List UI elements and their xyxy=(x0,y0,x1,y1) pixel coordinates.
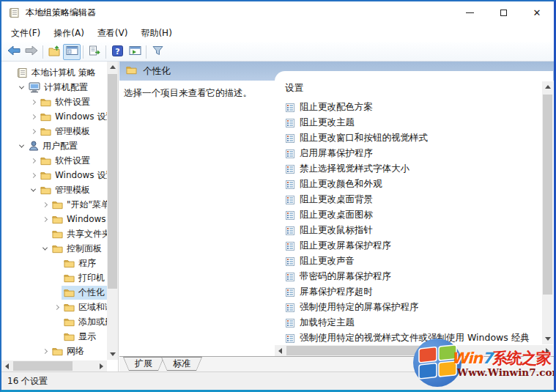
chevron-down-icon[interactable] xyxy=(40,247,50,251)
tree: 本地计算机 策略计算机配置软件设置Windows 设置管理模板用户配置软件设置W… xyxy=(1,62,107,360)
setting-row[interactable]: 阻止更改主题 xyxy=(285,115,553,130)
scroll-left-icon[interactable] xyxy=(275,345,286,356)
setting-row[interactable]: 阻止更改屏幕保护程序 xyxy=(285,238,553,254)
tree-item[interactable]: 共享文件夹 xyxy=(1,226,107,241)
menu-item[interactable]: 文件(F) xyxy=(4,24,47,42)
chevron-right-icon[interactable] xyxy=(28,174,38,177)
toolbar-separator xyxy=(146,45,147,59)
forward-button[interactable] xyxy=(23,44,40,60)
chevron-right-icon[interactable] xyxy=(51,306,62,309)
folder-icon xyxy=(64,317,75,327)
tree-item[interactable]: 管理模板 xyxy=(1,124,107,138)
settings-column-header[interactable]: 设置 xyxy=(285,82,553,95)
settings-vertical-scrollbar[interactable] xyxy=(542,81,553,344)
close-button[interactable]: ✕ xyxy=(520,1,554,23)
chevron-right-icon[interactable] xyxy=(40,218,50,221)
setting-label: 禁止选择视觉样式字体大小 xyxy=(300,163,409,175)
setting-row[interactable]: 屏幕保护程序超时 xyxy=(285,284,553,300)
tree-item[interactable]: Windows 组件 xyxy=(1,212,107,226)
tree-item[interactable]: 程序 xyxy=(1,256,107,270)
scroll-up-icon[interactable] xyxy=(542,81,553,92)
tree-vscroll-thumb[interactable] xyxy=(108,74,117,289)
menu-item[interactable]: 操作(A) xyxy=(47,24,91,42)
tab-standard[interactable]: 标准 xyxy=(161,357,202,371)
tree-item[interactable]: Windows 设置 xyxy=(1,168,107,182)
tree-item[interactable]: 计算机配置 xyxy=(1,80,107,95)
back-button[interactable] xyxy=(5,44,23,60)
tree-item[interactable]: 显示 xyxy=(1,329,107,344)
toolbar-separator xyxy=(42,45,43,59)
tree-item[interactable]: 软件设置 xyxy=(1,153,107,168)
tree-item[interactable]: 区域和语言选项 xyxy=(1,300,107,314)
tree-item[interactable]: 控制面板 xyxy=(1,241,107,256)
tree-item-label: 管理模板 xyxy=(55,184,90,196)
scroll-down-icon[interactable] xyxy=(107,349,118,360)
minimize-button[interactable] xyxy=(453,1,486,23)
tree-item-label: 显示 xyxy=(78,330,96,343)
tree-vertical-scrollbar[interactable] xyxy=(107,62,118,360)
tree-item[interactable]: 打印机 xyxy=(1,270,107,285)
menu-item[interactable]: 查看(V) xyxy=(91,24,135,42)
menu-item[interactable]: 帮助(H) xyxy=(134,24,178,42)
setting-row[interactable]: 阻止更改颜色和外观 xyxy=(285,177,553,192)
scroll-left-icon[interactable] xyxy=(1,360,12,371)
up-one-level-button[interactable] xyxy=(45,44,63,60)
tree-item-label: 个性化 xyxy=(78,286,105,299)
setting-label: 启用屏幕保护程序 xyxy=(300,147,373,160)
tree-item[interactable]: "开始"菜单和任务栏 xyxy=(1,197,107,212)
setting-row[interactable]: 阻止更改声音 xyxy=(285,254,553,269)
chevron-right-icon[interactable] xyxy=(28,100,38,104)
scroll-up-icon[interactable] xyxy=(107,62,118,73)
setting-row[interactable]: 启用屏幕保护程序 xyxy=(285,146,553,161)
tree-item-label: 本地计算机 策略 xyxy=(31,67,96,79)
tree-item[interactable]: 管理模板 xyxy=(1,182,107,197)
show-console-tree-button[interactable] xyxy=(63,44,81,60)
setting-icon xyxy=(285,241,295,251)
tree-item-label: 用户配置 xyxy=(42,140,78,152)
chevron-down-icon[interactable] xyxy=(28,188,38,192)
setting-row[interactable]: 阻止更改配色方案 xyxy=(285,100,553,115)
chevron-right-icon[interactable] xyxy=(40,350,50,353)
tree-item[interactable]: Windows 设置 xyxy=(1,109,107,124)
setting-row[interactable]: 阻止更改鼠标指针 xyxy=(285,223,553,238)
setting-row[interactable]: 阻止更改窗口和按钮的视觉样式 xyxy=(285,130,553,146)
tree-item[interactable]: 添加或删除程序 xyxy=(1,314,107,329)
chevron-down-icon[interactable] xyxy=(16,86,26,89)
settings-vscroll-thumb[interactable] xyxy=(543,95,552,295)
toolbar: ? xyxy=(1,42,554,62)
help-button[interactable]: ? xyxy=(108,44,126,60)
chevron-right-icon[interactable] xyxy=(28,115,38,119)
chevron-right-icon[interactable] xyxy=(40,203,50,207)
setting-row[interactable]: 禁止选择视觉样式字体大小 xyxy=(285,161,553,177)
setting-row[interactable]: 加载特定主题 xyxy=(285,315,553,330)
setting-icon xyxy=(285,195,295,205)
setting-row[interactable]: 阻止更改桌面背景 xyxy=(285,192,553,207)
tree-item-label: 网络 xyxy=(67,345,84,358)
export-list-button[interactable] xyxy=(86,44,103,60)
chevron-right-icon[interactable] xyxy=(28,130,38,133)
filter-icon xyxy=(152,45,163,58)
tree-item[interactable]: 网络 xyxy=(1,344,107,358)
tree-item[interactable]: 个性化 xyxy=(1,285,107,300)
setting-row[interactable]: 强制使用特定的屏幕保护程序 xyxy=(285,300,553,315)
folder-icon xyxy=(52,347,63,356)
tree-hscroll-thumb[interactable] xyxy=(13,361,73,371)
setting-label: 屏幕保护程序超时 xyxy=(300,286,373,298)
tree-item[interactable]: 软件设置 xyxy=(1,95,107,109)
scroll-right-icon[interactable] xyxy=(96,360,107,371)
tree-item[interactable]: 本地计算机 策略 xyxy=(1,65,107,80)
chevron-right-icon[interactable] xyxy=(28,159,38,163)
filter-button[interactable] xyxy=(149,44,166,60)
setting-label: 阻止更改配色方案 xyxy=(300,101,373,114)
setting-row[interactable]: 带密码的屏幕保护程序 xyxy=(285,269,553,284)
setting-row[interactable]: 阻止更改桌面图标 xyxy=(285,207,553,223)
maximize-button[interactable] xyxy=(486,1,520,23)
show-console-tree-icon xyxy=(66,45,78,58)
chevron-down-icon[interactable] xyxy=(16,144,26,148)
tree-horizontal-scrollbar[interactable] xyxy=(1,360,107,371)
show-new-window-button[interactable] xyxy=(126,44,144,60)
tree-item[interactable]: 用户配置 xyxy=(1,138,107,153)
folder-icon xyxy=(64,273,75,283)
tab-extended[interactable]: 扩展 xyxy=(123,357,164,371)
setting-icon xyxy=(285,287,295,297)
